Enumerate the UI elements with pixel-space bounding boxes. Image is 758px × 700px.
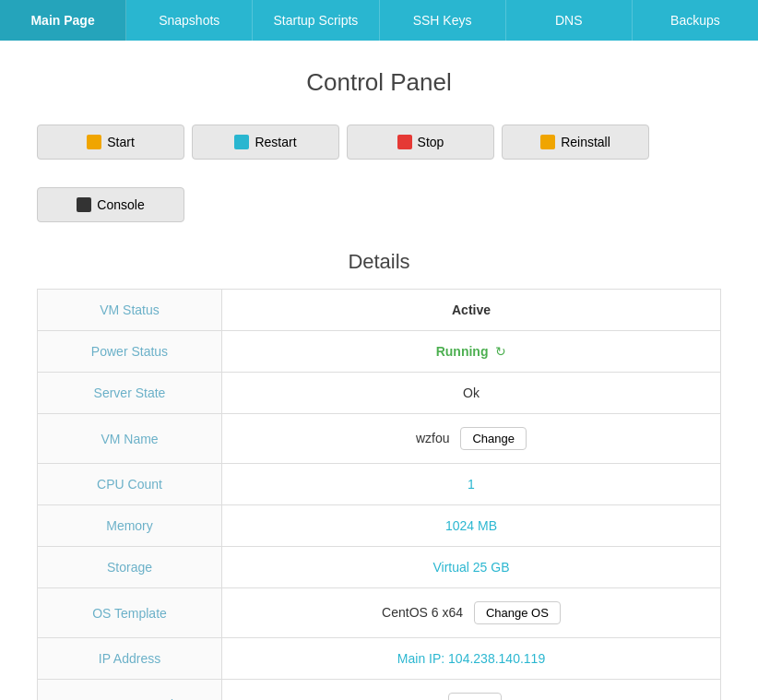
change-vm-name-button[interactable]: Change <box>460 427 527 450</box>
console-label: Console <box>97 197 144 212</box>
console-button[interactable]: Console <box>37 187 184 222</box>
details-title: Details <box>37 250 721 274</box>
action-buttons-group: Start Restart Stop Reinstall <box>37 125 721 160</box>
value-storage: Virtual 25 GB <box>222 547 721 588</box>
table-row: VM Name wzfou Change <box>38 414 721 464</box>
nav-startup-scripts[interactable]: Startup Scripts <box>253 0 379 41</box>
label-power-status: Power Status <box>38 331 222 373</box>
label-root-password: Root Password <box>38 680 222 701</box>
table-row: Power Status Running ↻ <box>38 331 721 373</box>
value-power-status: Running ↻ <box>222 331 721 373</box>
restart-icon <box>234 135 249 149</box>
change-os-button[interactable]: Change OS <box>474 601 561 624</box>
label-vm-status: VM Status <box>38 290 222 331</box>
value-server-state: Ok <box>222 373 721 414</box>
restart-label: Restart <box>255 135 296 149</box>
start-label: Start <box>107 135 135 149</box>
nav-ssh-keys[interactable]: SSH Keys <box>380 0 506 41</box>
value-os-template: CentOS 6 x64 Change OS <box>222 588 721 638</box>
reinstall-button[interactable]: Reinstall <box>502 125 649 160</box>
navigation: Main Page Snapshots Startup Scripts SSH … <box>0 0 758 41</box>
start-button[interactable]: Start <box>37 125 184 160</box>
page-title: Control Panel <box>37 68 721 97</box>
nav-snapshots[interactable]: Snapshots <box>126 0 253 41</box>
reinstall-icon <box>540 135 555 149</box>
stop-label: Stop <box>418 135 444 149</box>
console-icon <box>77 197 91 212</box>
value-memory: 1024 MB <box>222 505 721 547</box>
nav-backups[interactable]: Backups <box>633 0 758 41</box>
label-server-state: Server State <box>38 373 222 414</box>
stop-icon <box>397 135 412 149</box>
label-ip-address: IP Address <box>38 638 222 680</box>
table-row: Root Password Show <box>38 680 721 701</box>
label-vm-name: VM Name <box>38 414 222 464</box>
label-storage: Storage <box>38 547 222 588</box>
details-table: VM Status Active Power Status Running ↻ … <box>37 289 721 700</box>
table-row: CPU Count 1 <box>38 464 721 505</box>
value-root-password: Show <box>222 680 721 701</box>
table-row: Memory 1024 MB <box>38 505 721 547</box>
label-memory: Memory <box>38 505 222 547</box>
restart-button[interactable]: Restart <box>192 125 339 160</box>
table-row: IP Address Main IP: 104.238.140.119 <box>38 638 721 680</box>
show-password-button[interactable]: Show <box>448 693 503 700</box>
table-row: Server State Ok <box>38 373 721 414</box>
nav-dns[interactable]: DNS <box>506 0 633 41</box>
nav-main-page[interactable]: Main Page <box>0 0 126 41</box>
value-cpu-count: 1 <box>222 464 721 505</box>
table-row: VM Status Active <box>38 290 721 331</box>
start-icon <box>87 135 101 149</box>
value-ip-address: Main IP: 104.238.140.119 <box>222 638 721 680</box>
reinstall-label: Reinstall <box>561 135 610 149</box>
table-row: Storage Virtual 25 GB <box>38 547 721 588</box>
refresh-icon: ↻ <box>495 344 506 359</box>
table-row: OS Template CentOS 6 x64 Change OS <box>38 588 721 638</box>
value-vm-status: Active <box>222 290 721 331</box>
value-vm-name: wzfou Change <box>222 414 721 464</box>
label-os-template: OS Template <box>38 588 222 638</box>
main-content: Control Panel Start Restart Stop Reinsta… <box>0 41 758 700</box>
label-cpu-count: CPU Count <box>38 464 222 505</box>
stop-button[interactable]: Stop <box>347 125 494 160</box>
